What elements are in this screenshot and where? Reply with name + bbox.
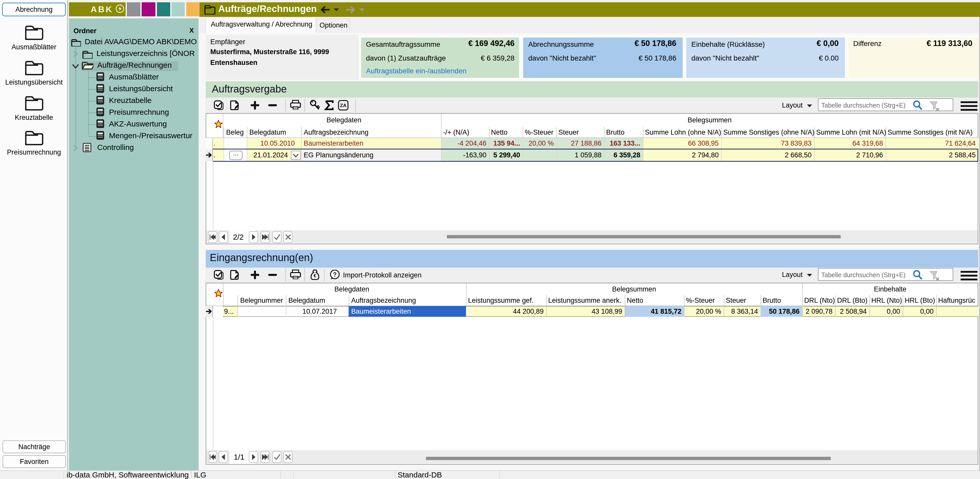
svg-text:ZA: ZA: [340, 103, 347, 108]
svg-text:?: ?: [333, 271, 337, 278]
svg-text:€: €: [313, 273, 316, 278]
